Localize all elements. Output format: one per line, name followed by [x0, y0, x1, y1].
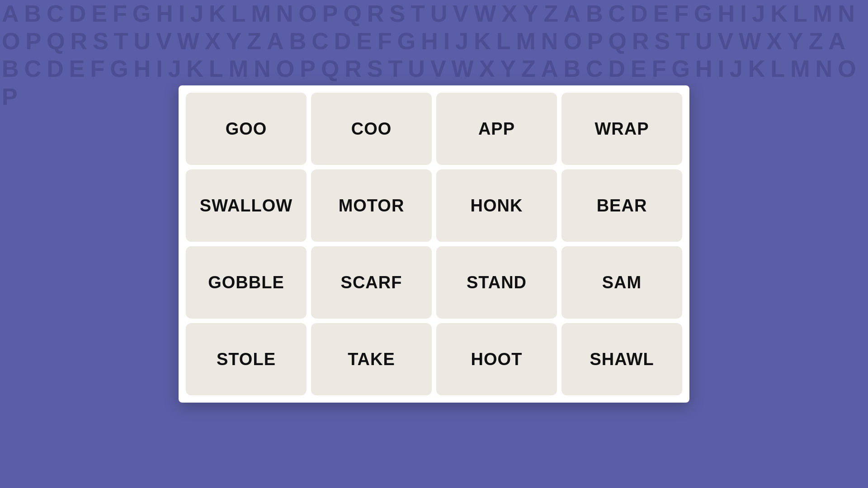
- word-card-coo[interactable]: COO: [311, 93, 432, 165]
- bg-letter: R: [365, 0, 388, 28]
- bg-letter: C: [23, 55, 45, 83]
- word-card-gobble[interactable]: GOBBLE: [186, 246, 307, 319]
- word-card-sam[interactable]: SAM: [561, 246, 682, 319]
- bg-letter: J: [453, 28, 472, 55]
- word-label-sam: SAM: [602, 273, 642, 292]
- bg-letter: F: [88, 55, 108, 83]
- bg-letter: F: [672, 0, 692, 28]
- bg-letter: G: [131, 0, 154, 28]
- bg-letter: G: [692, 0, 716, 28]
- bg-letter: L: [230, 0, 250, 28]
- bg-letter: X: [764, 28, 786, 55]
- bg-letter: O: [836, 55, 859, 83]
- bg-letter: U: [693, 28, 716, 55]
- word-label-shawl: SHAWL: [590, 350, 654, 369]
- word-card-app[interactable]: APP: [436, 93, 557, 165]
- bg-letter: C: [310, 28, 332, 55]
- bg-letter: E: [67, 55, 89, 83]
- bg-letter: N: [836, 0, 859, 28]
- word-card-stole[interactable]: STOLE: [186, 323, 307, 395]
- bg-letter: G: [108, 55, 132, 83]
- bg-letter: R: [343, 55, 365, 83]
- bg-letter: I: [154, 55, 166, 83]
- bg-letter: P: [24, 28, 45, 55]
- word-card-scarf[interactable]: SCARF: [311, 246, 432, 319]
- bg-letter: V: [716, 28, 737, 55]
- bg-letter: C: [584, 55, 607, 83]
- bg-letter: E: [651, 0, 673, 28]
- bg-letter: T: [409, 0, 429, 28]
- word-card-honk[interactable]: HONK: [436, 169, 557, 242]
- bg-letter: O: [561, 28, 585, 55]
- bg-letter: R: [69, 28, 91, 55]
- word-card-wrap[interactable]: WRAP: [561, 93, 682, 165]
- bg-letter: A: [827, 28, 849, 55]
- bg-letter: G: [670, 55, 693, 83]
- bg-letter: I: [716, 55, 728, 83]
- word-card-bear[interactable]: BEAR: [561, 169, 682, 242]
- word-card-motor[interactable]: MOTOR: [311, 169, 432, 242]
- bg-letter: K: [472, 28, 495, 55]
- bg-letter: D: [45, 55, 67, 83]
- word-label-app: APP: [478, 119, 515, 139]
- bg-letter: L: [791, 0, 811, 28]
- bg-letter: A: [0, 0, 23, 28]
- bg-letter: I: [738, 0, 750, 28]
- word-card-swallow[interactable]: SWALLOW: [186, 169, 307, 242]
- bg-letter: K: [207, 0, 230, 28]
- bg-letter: W: [737, 28, 764, 55]
- bg-letter: D: [607, 55, 629, 83]
- word-label-stole: STOLE: [217, 350, 276, 369]
- bg-letter: Q: [607, 28, 630, 55]
- bg-letter: T: [674, 28, 693, 55]
- bg-letter: G: [396, 28, 419, 55]
- bg-letter: E: [629, 55, 650, 83]
- bg-letter: Q: [341, 0, 365, 28]
- bg-letter: P: [585, 28, 607, 55]
- word-label-stand: STAND: [467, 273, 527, 292]
- bg-letter: F: [111, 0, 131, 28]
- word-card-stand[interactable]: STAND: [436, 246, 557, 319]
- bg-letter: T: [387, 55, 406, 83]
- bg-letter: P: [298, 55, 319, 83]
- bg-letter: E: [354, 28, 376, 55]
- bg-letter: M: [227, 55, 252, 83]
- word-label-honk: HONK: [471, 196, 523, 216]
- bg-letter: Z: [807, 28, 827, 55]
- bg-letter: C: [45, 0, 67, 28]
- bg-letter: S: [387, 0, 409, 28]
- bg-letter: Y: [224, 28, 245, 55]
- word-grid: GOOCOOAPPWRAPSWALLOWMOTORHONKBEARGOBBLES…: [186, 93, 682, 395]
- bg-letter: D: [332, 28, 355, 55]
- bg-letter: Q: [319, 55, 343, 83]
- bg-letter: B: [23, 0, 45, 28]
- word-label-bear: BEAR: [597, 196, 647, 216]
- bg-letter: V: [429, 55, 450, 83]
- bg-letter: N: [252, 55, 274, 83]
- bg-letter: B: [0, 55, 23, 83]
- word-card-hoot[interactable]: HOOT: [436, 323, 557, 395]
- bg-letter: J: [189, 0, 207, 28]
- bg-letter: M: [249, 0, 274, 28]
- bg-letter: O: [0, 28, 24, 55]
- bg-letter: V: [451, 0, 472, 28]
- bg-letter: Z: [245, 28, 265, 55]
- bg-letter: N: [814, 55, 836, 83]
- word-label-wrap: WRAP: [594, 119, 649, 139]
- bg-letter: L: [207, 55, 227, 83]
- word-label-scarf: SCARF: [341, 273, 402, 292]
- bg-letter: W: [472, 0, 500, 28]
- bg-letter: I: [177, 0, 189, 28]
- word-card-take[interactable]: TAKE: [311, 323, 432, 395]
- bg-letter: Z: [519, 55, 539, 83]
- bg-letter: M: [788, 55, 813, 83]
- bg-letter: W: [450, 55, 477, 83]
- bg-letter: W: [175, 28, 203, 55]
- bg-letter: F: [376, 28, 396, 55]
- bg-letter: X: [203, 28, 224, 55]
- bg-letter: K: [746, 55, 769, 83]
- word-label-goo: GOO: [226, 119, 267, 139]
- word-card-shawl[interactable]: SHAWL: [561, 323, 682, 395]
- word-card-goo[interactable]: GOO: [186, 93, 307, 165]
- bg-letter: Y: [786, 28, 807, 55]
